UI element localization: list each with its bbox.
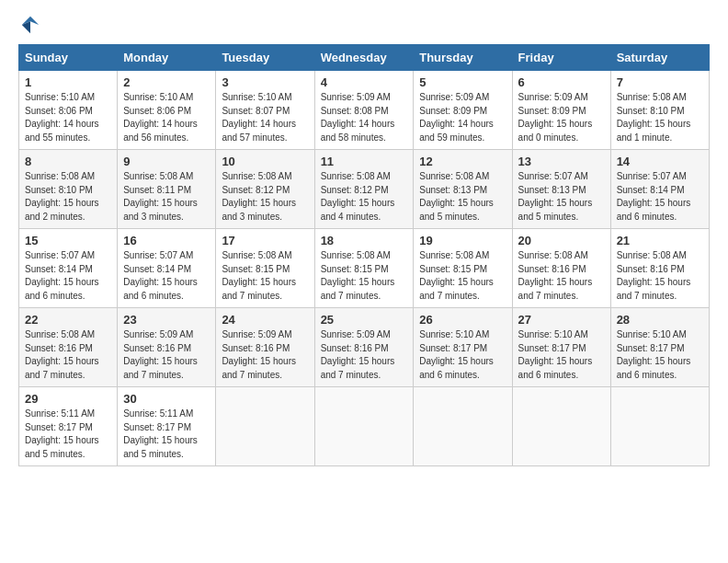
day-info: Sunrise: 5:10 AMSunset: 8:07 PMDaylight:… <box>222 91 308 144</box>
day-info: Sunrise: 5:08 AMSunset: 8:16 PMDaylight:… <box>25 328 111 382</box>
day-info: Sunrise: 5:08 AMSunset: 8:10 PMDaylight:… <box>25 170 111 224</box>
calendar-cell: 22 Sunrise: 5:08 AMSunset: 8:16 PMDaylig… <box>19 308 118 387</box>
calendar-cell <box>216 387 314 466</box>
day-number: 30 <box>123 392 210 406</box>
day-number: 6 <box>518 75 605 89</box>
calendar-cell: 12 Sunrise: 5:08 AMSunset: 8:13 PMDaylig… <box>414 150 512 229</box>
day-info: Sunrise: 5:08 AMSunset: 8:15 PMDaylight:… <box>419 249 506 303</box>
day-number: 1 <box>25 75 111 89</box>
day-number: 11 <box>321 155 408 168</box>
day-number: 24 <box>222 313 308 327</box>
day-number: 26 <box>419 313 506 327</box>
page-header <box>18 15 710 35</box>
calendar-cell: 10 Sunrise: 5:08 AMSunset: 8:12 PMDaylig… <box>216 150 314 229</box>
day-number: 25 <box>321 313 408 327</box>
day-number: 9 <box>123 155 210 168</box>
day-number: 21 <box>617 234 703 247</box>
day-number: 16 <box>123 234 210 247</box>
day-number: 4 <box>321 75 408 89</box>
calendar-cell: 25 Sunrise: 5:09 AMSunset: 8:16 PMDaylig… <box>314 308 414 387</box>
calendar-cell: 4 Sunrise: 5:09 AMSunset: 8:08 PMDayligh… <box>314 71 414 150</box>
day-info: Sunrise: 5:09 AMSunset: 8:08 PMDaylight:… <box>321 91 408 144</box>
calendar-cell: 17 Sunrise: 5:08 AMSunset: 8:15 PMDaylig… <box>216 229 314 308</box>
calendar-header-friday: Friday <box>512 45 610 71</box>
day-info: Sunrise: 5:08 AMSunset: 8:13 PMDaylight:… <box>419 170 506 224</box>
day-info: Sunrise: 5:08 AMSunset: 8:16 PMDaylight:… <box>617 249 703 303</box>
day-number: 2 <box>123 75 210 89</box>
calendar-cell <box>314 387 414 466</box>
day-number: 20 <box>518 234 605 247</box>
calendar-week-2: 8 Sunrise: 5:08 AMSunset: 8:10 PMDayligh… <box>19 150 710 229</box>
calendar-cell: 26 Sunrise: 5:10 AMSunset: 8:17 PMDaylig… <box>414 308 512 387</box>
logo-icon <box>20 15 40 35</box>
calendar-table: SundayMondayTuesdayWednesdayThursdayFrid… <box>18 44 710 466</box>
calendar-cell: 20 Sunrise: 5:08 AMSunset: 8:16 PMDaylig… <box>512 229 610 308</box>
calendar-cell <box>512 387 610 466</box>
calendar-week-4: 22 Sunrise: 5:08 AMSunset: 8:16 PMDaylig… <box>19 308 710 387</box>
calendar-cell <box>414 387 512 466</box>
day-info: Sunrise: 5:11 AMSunset: 8:17 PMDaylight:… <box>123 408 210 461</box>
day-info: Sunrise: 5:08 AMSunset: 8:16 PMDaylight:… <box>518 249 605 303</box>
day-number: 15 <box>25 234 111 247</box>
calendar-cell: 27 Sunrise: 5:10 AMSunset: 8:17 PMDaylig… <box>512 308 610 387</box>
calendar-cell: 2 Sunrise: 5:10 AMSunset: 8:06 PMDayligh… <box>118 71 216 150</box>
day-info: Sunrise: 5:08 AMSunset: 8:10 PMDaylight:… <box>617 91 703 144</box>
day-number: 7 <box>617 75 703 89</box>
day-info: Sunrise: 5:10 AMSunset: 8:17 PMDaylight:… <box>617 328 703 382</box>
day-info: Sunrise: 5:10 AMSunset: 8:06 PMDaylight:… <box>123 91 210 144</box>
calendar-header-thursday: Thursday <box>414 45 512 71</box>
calendar-cell: 19 Sunrise: 5:08 AMSunset: 8:15 PMDaylig… <box>414 229 512 308</box>
day-info: Sunrise: 5:08 AMSunset: 8:15 PMDaylight:… <box>321 249 408 303</box>
calendar-header-saturday: Saturday <box>610 45 709 71</box>
day-info: Sunrise: 5:08 AMSunset: 8:11 PMDaylight:… <box>123 170 210 224</box>
day-info: Sunrise: 5:09 AMSunset: 8:09 PMDaylight:… <box>518 91 605 144</box>
day-number: 28 <box>617 313 703 327</box>
calendar-cell: 18 Sunrise: 5:08 AMSunset: 8:15 PMDaylig… <box>314 229 414 308</box>
calendar-cell: 23 Sunrise: 5:09 AMSunset: 8:16 PMDaylig… <box>118 308 216 387</box>
day-info: Sunrise: 5:09 AMSunset: 8:16 PMDaylight:… <box>222 328 308 382</box>
calendar-cell: 8 Sunrise: 5:08 AMSunset: 8:10 PMDayligh… <box>19 150 118 229</box>
calendar-header-monday: Monday <box>118 45 216 71</box>
day-number: 10 <box>222 155 308 168</box>
calendar-header-sunday: Sunday <box>19 45 118 71</box>
calendar-week-3: 15 Sunrise: 5:07 AMSunset: 8:14 PMDaylig… <box>19 229 710 308</box>
day-info: Sunrise: 5:07 AMSunset: 8:14 PMDaylight:… <box>25 249 111 303</box>
day-number: 8 <box>25 155 111 168</box>
day-info: Sunrise: 5:07 AMSunset: 8:14 PMDaylight:… <box>123 249 210 303</box>
day-info: Sunrise: 5:08 AMSunset: 8:15 PMDaylight:… <box>222 249 308 303</box>
calendar-cell: 30 Sunrise: 5:11 AMSunset: 8:17 PMDaylig… <box>118 387 216 466</box>
calendar-header-row: SundayMondayTuesdayWednesdayThursdayFrid… <box>19 45 710 71</box>
day-info: Sunrise: 5:10 AMSunset: 8:17 PMDaylight:… <box>518 328 605 382</box>
day-info: Sunrise: 5:09 AMSunset: 8:09 PMDaylight:… <box>419 91 506 144</box>
day-number: 17 <box>222 234 308 247</box>
day-number: 22 <box>25 313 111 327</box>
calendar-week-1: 1 Sunrise: 5:10 AMSunset: 8:06 PMDayligh… <box>19 71 710 150</box>
calendar-cell: 29 Sunrise: 5:11 AMSunset: 8:17 PMDaylig… <box>19 387 118 466</box>
calendar-cell: 21 Sunrise: 5:08 AMSunset: 8:16 PMDaylig… <box>610 229 709 308</box>
day-number: 18 <box>321 234 408 247</box>
calendar-cell: 9 Sunrise: 5:08 AMSunset: 8:11 PMDayligh… <box>118 150 216 229</box>
calendar-cell: 24 Sunrise: 5:09 AMSunset: 8:16 PMDaylig… <box>216 308 314 387</box>
calendar-cell: 6 Sunrise: 5:09 AMSunset: 8:09 PMDayligh… <box>512 71 610 150</box>
day-info: Sunrise: 5:10 AMSunset: 8:06 PMDaylight:… <box>25 91 111 144</box>
day-number: 23 <box>123 313 210 327</box>
day-info: Sunrise: 5:09 AMSunset: 8:16 PMDaylight:… <box>321 328 408 382</box>
day-info: Sunrise: 5:11 AMSunset: 8:17 PMDaylight:… <box>25 408 111 461</box>
calendar-cell: 14 Sunrise: 5:07 AMSunset: 8:14 PMDaylig… <box>610 150 709 229</box>
calendar-cell: 28 Sunrise: 5:10 AMSunset: 8:17 PMDaylig… <box>610 308 709 387</box>
day-number: 12 <box>419 155 506 168</box>
calendar-cell: 3 Sunrise: 5:10 AMSunset: 8:07 PMDayligh… <box>216 71 314 150</box>
day-info: Sunrise: 5:08 AMSunset: 8:12 PMDaylight:… <box>321 170 408 224</box>
calendar-cell: 1 Sunrise: 5:10 AMSunset: 8:06 PMDayligh… <box>19 71 118 150</box>
day-number: 29 <box>25 392 111 406</box>
day-number: 13 <box>518 155 605 168</box>
calendar-cell: 15 Sunrise: 5:07 AMSunset: 8:14 PMDaylig… <box>19 229 118 308</box>
calendar-cell: 13 Sunrise: 5:07 AMSunset: 8:13 PMDaylig… <box>512 150 610 229</box>
calendar-cell: 11 Sunrise: 5:08 AMSunset: 8:12 PMDaylig… <box>314 150 414 229</box>
calendar-cell: 5 Sunrise: 5:09 AMSunset: 8:09 PMDayligh… <box>414 71 512 150</box>
calendar-week-5: 29 Sunrise: 5:11 AMSunset: 8:17 PMDaylig… <box>19 387 710 466</box>
calendar-header-tuesday: Tuesday <box>216 45 314 71</box>
day-info: Sunrise: 5:07 AMSunset: 8:14 PMDaylight:… <box>617 170 703 224</box>
day-info: Sunrise: 5:10 AMSunset: 8:17 PMDaylight:… <box>419 328 506 382</box>
day-info: Sunrise: 5:08 AMSunset: 8:12 PMDaylight:… <box>222 170 308 224</box>
